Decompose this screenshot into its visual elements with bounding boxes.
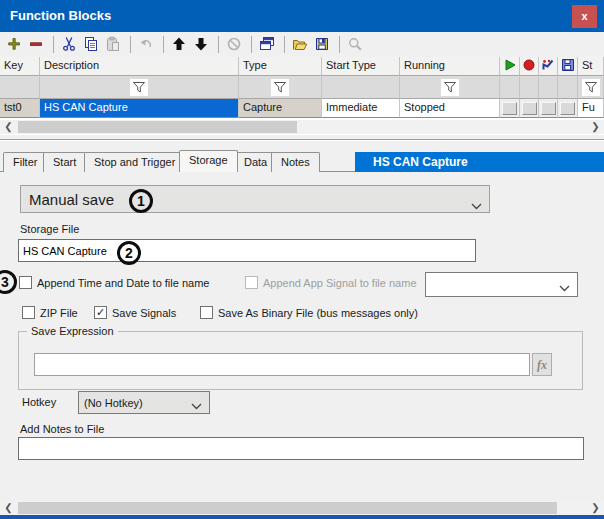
filter-funnel-icon[interactable] — [441, 79, 459, 96]
add-notes-input[interactable] — [18, 437, 584, 460]
annotation-1: 1 — [129, 189, 153, 213]
append-time-date-checkbox[interactable] — [19, 276, 32, 289]
start-icon — [503, 58, 517, 74]
remove-icon — [28, 36, 44, 54]
add-icon — [6, 36, 22, 54]
tab-notes[interactable]: Notes — [271, 152, 320, 172]
save-column-icon — [561, 58, 575, 74]
save-expression-input[interactable] — [34, 353, 530, 376]
column-header-start-type[interactable]: Start Type — [322, 57, 400, 76]
move-up-button[interactable] — [169, 35, 189, 55]
column-header-running[interactable]: Running — [400, 57, 500, 76]
column-header-start[interactable] — [500, 57, 520, 76]
undo-button[interactable] — [136, 35, 156, 55]
row-cell-description[interactable]: HS CAN Capture — [40, 99, 239, 118]
tab-stop-and-trigger[interactable]: Stop and Trigger — [84, 152, 185, 172]
scroll-right-icon[interactable]: ❯ — [587, 501, 604, 515]
mini-button — [522, 102, 537, 115]
close-button[interactable]: x — [572, 5, 597, 28]
toolbar-separator — [284, 36, 285, 53]
filter-funnel-icon[interactable] — [130, 79, 148, 96]
cascade-windows-button[interactable] — [257, 35, 277, 55]
filter-funnel-icon[interactable] — [582, 79, 600, 96]
panel-horizontal-scrollbar[interactable]: ❮ ❯ — [0, 501, 604, 515]
row-cell-running[interactable]: Stopped — [400, 99, 500, 118]
filter-cell-save — [558, 76, 578, 99]
column-header-type[interactable]: Type — [239, 57, 322, 76]
copy-button[interactable] — [81, 35, 101, 55]
undo-icon — [138, 36, 154, 54]
row-cell-start-type[interactable]: Immediate — [322, 99, 400, 118]
tab-filter[interactable]: Filter — [3, 152, 47, 172]
row-save-button[interactable] — [558, 99, 578, 118]
disable-button[interactable] — [224, 35, 244, 55]
title-bar: Function Blocks x — [0, 0, 604, 32]
column-header-record[interactable] — [520, 57, 539, 76]
filter-cell-description[interactable] — [40, 76, 239, 99]
app-signal-dropdown[interactable] — [425, 272, 578, 297]
append-time-date-label: Append Time and Date to file name — [37, 277, 209, 289]
scroll-left-icon[interactable]: ❮ — [0, 501, 17, 515]
remove-button[interactable] — [26, 35, 46, 55]
filter-cell-report — [539, 76, 558, 99]
save-binary-checkbox[interactable] — [200, 306, 213, 319]
panel-scrollbar-thumb[interactable] — [18, 502, 557, 514]
zip-file-checkbox[interactable] — [22, 306, 35, 319]
row-record-button[interactable] — [520, 99, 539, 118]
selected-block-header: HS CAN Capture — [355, 152, 604, 172]
row-cell-key[interactable]: tst0 — [0, 99, 40, 118]
row-cell-type[interactable]: Capture — [239, 99, 322, 118]
save-mode-dropdown[interactable]: Manual save — [20, 185, 490, 213]
column-header-partial[interactable]: St — [578, 57, 604, 76]
filter-cell-running[interactable] — [400, 76, 500, 99]
save-expression-group: Save Expression fx — [18, 331, 583, 390]
row-cell-partial[interactable]: Fu — [578, 99, 604, 118]
separator — [0, 139, 604, 141]
column-header-key[interactable]: Key — [0, 57, 40, 76]
chevron-down-icon — [559, 282, 570, 294]
scroll-right-icon[interactable]: ❯ — [587, 120, 604, 134]
function-blocks-window: Function Blocks x Key Description Type S… — [0, 0, 604, 519]
filter-cell-start — [500, 76, 520, 99]
toolbar-separator — [339, 36, 340, 53]
save-mode-value: Manual save — [29, 191, 114, 208]
grid-horizontal-scrollbar[interactable]: ❮ ❯ — [0, 120, 604, 134]
column-header-report[interactable] — [539, 57, 558, 76]
cut-button[interactable] — [59, 35, 79, 55]
checkmark: ✓ — [95, 307, 106, 318]
save-expression-label: Save Expression — [27, 325, 118, 337]
add-button[interactable] — [4, 35, 24, 55]
append-app-signal-checkbox[interactable] — [245, 276, 258, 289]
mini-button — [541, 102, 556, 115]
toolbar-separator — [251, 36, 252, 53]
storage-file-input[interactable] — [18, 239, 476, 262]
grid-scrollbar-thumb[interactable] — [18, 121, 297, 133]
row-start-button[interactable] — [500, 99, 520, 118]
column-header-save[interactable] — [558, 57, 578, 76]
column-header-description[interactable]: Description — [40, 57, 239, 76]
save-signals-checkbox[interactable]: ✓ — [94, 306, 107, 319]
toolbar-separator — [218, 36, 219, 53]
tab-storage[interactable]: Storage — [179, 150, 238, 172]
expression-editor-button[interactable]: fx — [532, 353, 552, 376]
row-report-button[interactable] — [539, 99, 558, 118]
hotkey-value: (No Hotkey) — [84, 397, 143, 409]
paste-button[interactable] — [103, 35, 123, 55]
save-icon — [314, 36, 330, 54]
find-icon — [347, 36, 363, 54]
save-button[interactable] — [312, 35, 332, 55]
hotkey-dropdown[interactable]: (No Hotkey) — [78, 391, 210, 414]
hotkey-label: Hotkey — [22, 396, 56, 408]
filter-cell-start-type[interactable] — [322, 76, 400, 99]
filter-cell-key[interactable] — [0, 76, 40, 99]
annotation-2: 2 — [117, 241, 141, 265]
move-down-button[interactable] — [191, 35, 211, 55]
find-button[interactable] — [345, 35, 365, 55]
scroll-left-icon[interactable]: ❮ — [0, 120, 17, 134]
filter-cell-type[interactable] — [239, 76, 322, 99]
filter-cell-partial[interactable] — [578, 76, 604, 99]
window-title: Function Blocks — [10, 8, 111, 23]
filter-funnel-icon[interactable] — [271, 79, 289, 96]
open-button[interactable] — [290, 35, 310, 55]
tab-start[interactable]: Start — [43, 152, 86, 172]
